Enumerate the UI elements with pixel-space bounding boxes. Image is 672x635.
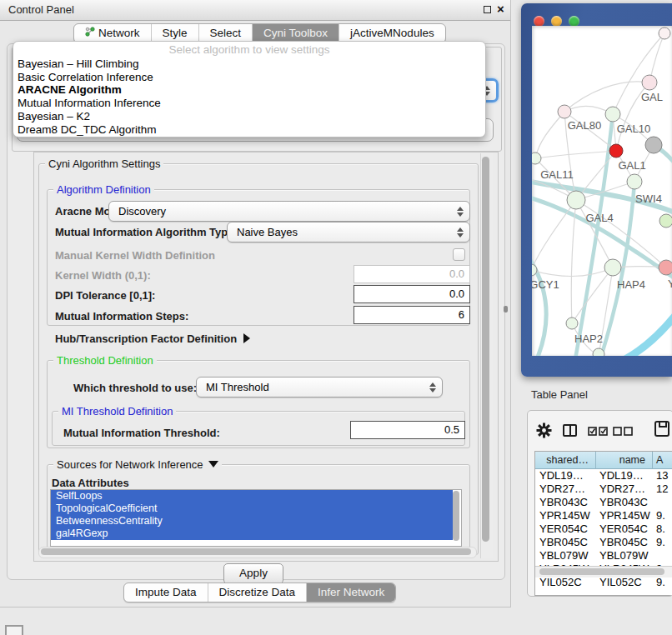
which-threshold-combobox[interactable]: MI Threshold	[196, 377, 443, 398]
algorithm-option-basic-correlation-inference[interactable]: Basic Correlation Inference	[16, 71, 481, 84]
sources-group-title-row[interactable]: Sources for Network Inference	[53, 458, 222, 471]
tab-impute-data[interactable]: Impute Data	[124, 583, 208, 602]
file-icon[interactable]	[654, 421, 669, 437]
tab-infer-network[interactable]: Infer Network	[306, 583, 395, 602]
algorithm-option-bayesian-hill-climbing[interactable]: Bayesian – Hill Climbing	[16, 58, 481, 71]
split-columns-icon[interactable]	[563, 424, 577, 437]
network-node[interactable]	[604, 259, 621, 276]
network-node[interactable]	[567, 191, 585, 209]
table-cell: YDR27…	[596, 482, 653, 496]
table-cell: YIL052C	[535, 576, 596, 589]
table-cell: YPR145W	[596, 509, 653, 522]
node-label-gal10: GAL10	[617, 122, 650, 135]
panel-splitter-grip[interactable]	[504, 306, 508, 312]
column-header-a[interactable]: A	[653, 452, 672, 469]
table-cell: YIL052C	[596, 576, 653, 589]
node-label-gal: GAL	[641, 91, 663, 103]
aracne-mode-combobox[interactable]: Discovery	[108, 201, 470, 222]
manual-kernel-label: Manual Kernel Width Definition	[55, 249, 215, 262]
algorithm-dropdown-popup: Select algorithm to view settings Bayesi…	[13, 41, 486, 138]
close-icon[interactable]: ×	[497, 2, 504, 16]
tab-network[interactable]: Network	[74, 24, 151, 42]
network-node[interactable]	[532, 152, 541, 164]
expand-right-icon	[243, 333, 250, 343]
tab-label: Infer Network	[318, 586, 384, 598]
tab-discretize-data[interactable]: Discretize Data	[208, 583, 307, 602]
network-node[interactable]	[566, 318, 578, 329]
network-node[interactable]	[642, 75, 657, 90]
mi-steps-label: Mutual Information Steps:	[55, 310, 188, 322]
table-cell	[653, 549, 672, 562]
table-row[interactable]: YIL052CYIL052C9.	[535, 576, 672, 589]
attribute-item-selfloops[interactable]: SelfLoops	[51, 490, 453, 502]
table-row[interactable]: YBR045CYBR045C9.	[535, 536, 672, 549]
deselect-all-checkboxes-icon[interactable]	[613, 427, 633, 436]
apply-button[interactable]: Apply	[223, 563, 283, 584]
attribute-list-scrollbar[interactable]	[453, 491, 459, 541]
network-node[interactable]	[609, 144, 623, 158]
vertical-scrollbar-thumb[interactable]	[482, 157, 489, 542]
mi-steps-field[interactable]: 6	[354, 306, 470, 324]
network-node[interactable]	[558, 105, 571, 118]
hub-definition-expander[interactable]: Hub/Transcription Factor Definition	[55, 332, 250, 345]
network-canvas[interactable]: GALGAL80GAL10GAL11GAL1SWI4GAL4GCY1HAP4YH…	[532, 26, 672, 356]
network-node[interactable]	[659, 260, 672, 275]
table-cell: 9.	[653, 536, 672, 549]
dpi-tolerance-field[interactable]: 0.0	[354, 285, 470, 303]
tab-jactivemnodules[interactable]: jActiveMNodules	[339, 24, 445, 42]
table-cell: YBR045C	[596, 536, 653, 549]
gear-icon[interactable]	[536, 422, 552, 438]
attribute-item-topologicalcoefficient[interactable]: TopologicalCoefficient	[51, 502, 453, 515]
minimized-panel-icon[interactable]	[5, 625, 23, 635]
tab-select[interactable]: Select	[198, 24, 253, 42]
algorithm-option-mutual-information-inference[interactable]: Mutual Information Inference	[16, 97, 481, 110]
sources-group-title: Sources for Network Inference	[57, 458, 203, 471]
manual-kernel-checkbox[interactable]	[453, 248, 465, 261]
combo-spinner-icon	[456, 228, 463, 238]
attribute-item-gal4rgexp[interactable]: gal4RGexp	[51, 528, 453, 540]
algorithm-option-aracne-algorithm[interactable]: ARACNE Algorithm	[16, 83, 481, 97]
attribute-item-betweennesscentrality[interactable]: BetweennessCentrality	[51, 515, 453, 528]
tab-label: Network	[98, 27, 140, 39]
select-all-checkboxes-icon[interactable]	[588, 427, 608, 436]
column-header-shared[interactable]: shared…	[535, 452, 596, 469]
table-cell: YBR043C	[535, 496, 596, 509]
network-node[interactable]	[593, 348, 604, 356]
mi-threshold-field[interactable]: 0.5	[350, 421, 465, 439]
network-node[interactable]	[659, 28, 670, 39]
network-node[interactable]	[659, 214, 672, 228]
control-panel-window: Control Panel × NetworkStyleSelectCyni T…	[0, 0, 511, 608]
table-row[interactable]: YDL19…YDL19…13	[535, 469, 672, 482]
table-row[interactable]: YER054CYER054C8.	[535, 522, 672, 536]
node-label-gal1: GAL1	[618, 159, 645, 172]
tab-style[interactable]: Style	[151, 24, 198, 42]
network-node[interactable]	[627, 174, 642, 189]
table-cell: 13	[653, 469, 672, 482]
table-cell: YER054C	[596, 522, 653, 536]
horizontal-scrollbar-thumb[interactable]	[41, 548, 471, 555]
table-cell: YBR043C	[596, 496, 653, 509]
node-label-gal80: GAL80	[568, 119, 601, 132]
table-row[interactable]: YPR145WYPR145W9.	[535, 509, 672, 522]
node-attribute-table[interactable]: shared…nameA YDL19…YDL19…13YDR27…YDR27…1…	[534, 451, 672, 596]
tab-cyni-toolbox[interactable]: Cyni Toolbox	[252, 24, 339, 42]
algorithm-definition-title: Algorithm Definition	[53, 183, 154, 196]
table-cell: YER054C	[535, 522, 596, 536]
table-row[interactable]: YBL079WYBL079W	[535, 549, 672, 562]
network-node[interactable]	[645, 137, 662, 153]
aracne-mode-value: Discovery	[118, 205, 166, 218]
table-row[interactable]: YDR27…YDR27…12	[535, 482, 672, 496]
table-row[interactable]: YBR043CYBR043C	[535, 496, 672, 509]
node-label-hap2: HAP2	[574, 332, 603, 345]
table-cell: 12	[653, 482, 672, 496]
algorithm-option-dream8-dc-tdc-algorithm[interactable]: Dream8 DC_TDC Algorithm	[16, 123, 481, 137]
table-cell: 8.	[653, 522, 672, 536]
table-hscrollbar-thumb[interactable]	[539, 568, 664, 575]
which-threshold-value: MI Threshold	[206, 381, 269, 393]
table-hscrollbar-track[interactable]	[535, 566, 672, 578]
algorithm-option-bayesian-k2[interactable]: Bayesian – K2	[16, 110, 481, 123]
column-header-name[interactable]: name	[596, 452, 653, 469]
float-window-icon[interactable]	[484, 6, 491, 13]
network-node[interactable]	[605, 107, 620, 122]
mi-type-combobox[interactable]: Naive Bayes	[227, 222, 470, 242]
